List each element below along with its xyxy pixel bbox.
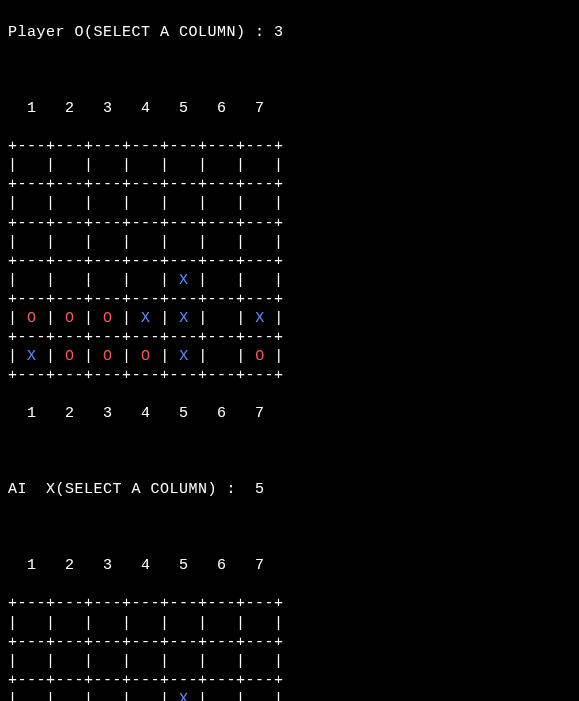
board-line: | | | | | | | | bbox=[8, 156, 571, 175]
board-line: | | | | | | | | bbox=[8, 194, 571, 213]
board-line: +---+---+---+---+---+---+---+ bbox=[8, 252, 571, 271]
board-line: +---+---+---+---+---+---+---+ bbox=[8, 366, 571, 385]
board-line: | | | | | | | | bbox=[8, 652, 571, 671]
board-line: +---+---+---+---+---+---+---+ bbox=[8, 633, 571, 652]
board1-colheader-top: 1 2 3 4 5 6 7 bbox=[8, 99, 571, 118]
board-line: | | | | | | | | bbox=[8, 233, 571, 252]
blank bbox=[8, 518, 571, 537]
board1-colheader-bottom: 1 2 3 4 5 6 7 bbox=[8, 404, 571, 423]
terminal-output: Player O(SELECT A COLUMN) : 3 1 2 3 4 5 … bbox=[0, 0, 579, 701]
board-line: | | | | | X | | | bbox=[8, 690, 571, 701]
board-line: +---+---+---+---+---+---+---+ bbox=[8, 671, 571, 690]
player-prompt: Player O(SELECT A COLUMN) : 3 bbox=[8, 23, 571, 42]
board-line: | O | O | O | X | X | | X | bbox=[8, 309, 571, 328]
board-line: +---+---+---+---+---+---+---+ bbox=[8, 175, 571, 194]
blank bbox=[8, 442, 571, 461]
board-line: | | | | | | | | bbox=[8, 614, 571, 633]
board-line: +---+---+---+---+---+---+---+ bbox=[8, 594, 571, 613]
board-line: | | | | | X | | | bbox=[8, 271, 571, 290]
board-line: +---+---+---+---+---+---+---+ bbox=[8, 137, 571, 156]
board2: +---+---+---+---+---+---+---+| | | | | |… bbox=[8, 594, 571, 701]
board-line: +---+---+---+---+---+---+---+ bbox=[8, 328, 571, 347]
board-line: | X | O | O | O | X | | O | bbox=[8, 347, 571, 366]
ai-prompt: AI X(SELECT A COLUMN) : 5 bbox=[8, 480, 571, 499]
blank bbox=[8, 61, 571, 80]
board-line: +---+---+---+---+---+---+---+ bbox=[8, 214, 571, 233]
board2-colheader-top: 1 2 3 4 5 6 7 bbox=[8, 556, 571, 575]
board-line: +---+---+---+---+---+---+---+ bbox=[8, 290, 571, 309]
board1: +---+---+---+---+---+---+---+| | | | | |… bbox=[8, 137, 571, 385]
